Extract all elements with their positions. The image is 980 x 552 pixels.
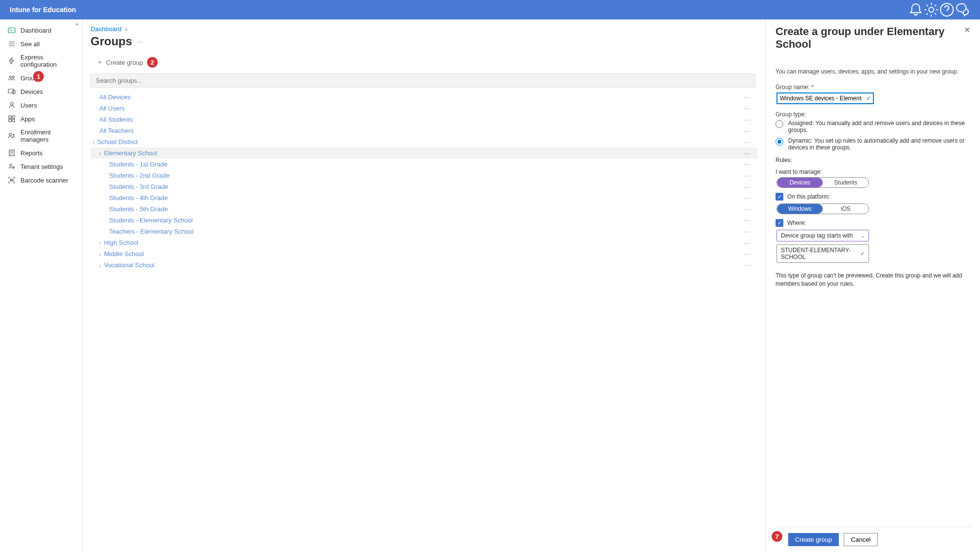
sidebar: « Dashboard See all Express configuratio…	[0, 19, 83, 552]
chevron-right-icon[interactable]: ›	[99, 251, 101, 257]
platform-checkbox[interactable]: ✓	[776, 193, 783, 201]
where-checkbox[interactable]: ✓	[776, 219, 783, 227]
check-icon: ✓	[860, 251, 865, 257]
feedback-icon[interactable]	[955, 2, 970, 18]
row-more-icon[interactable]: ···	[744, 161, 755, 168]
preview-note: This type of group can't be previewed. C…	[776, 272, 970, 288]
row-more-icon[interactable]: ···	[744, 138, 755, 146]
svg-point-7	[10, 102, 13, 105]
toggle-devices[interactable]: Devices	[777, 178, 823, 187]
radio-icon[interactable]	[776, 138, 783, 146]
help-icon[interactable]	[939, 2, 955, 18]
toggle-ios[interactable]: iOS	[823, 204, 869, 214]
tree-item-all-students[interactable]: All Students	[91, 116, 133, 123]
search-groups-input[interactable]	[91, 74, 756, 88]
where-condition-dropdown[interactable]: Device group tag starts with ⌄	[777, 230, 869, 241]
tree-item-grade2[interactable]: Students - 2nd Grade	[91, 172, 169, 179]
chevron-right-icon[interactable]: ›	[99, 240, 101, 246]
row-more-icon[interactable]: ···	[744, 93, 755, 101]
group-name-label: Group name: *	[776, 84, 970, 91]
tree-item-high[interactable]: High School	[104, 239, 138, 246]
panel-title: Create a group under Elementary School	[776, 25, 964, 51]
row-more-icon[interactable]: ···	[744, 194, 755, 202]
tree-item-school-district[interactable]: School District	[97, 138, 138, 146]
row-more-icon[interactable]: ···	[744, 228, 755, 235]
nav-reports[interactable]: Reports	[0, 146, 82, 160]
cancel-button[interactable]: Cancel	[844, 533, 878, 546]
row-more-icon[interactable]: ···	[744, 239, 755, 246]
platform-label: On this platform:	[787, 193, 830, 200]
chevron-right-icon[interactable]: ›	[99, 262, 101, 268]
tree-item-all-devices[interactable]: All Devices	[91, 93, 130, 101]
nav-groups[interactable]: Groups 1	[0, 71, 82, 85]
tree-item-grade1[interactable]: Students - 1st Grade	[91, 161, 167, 168]
tree-item-elementary[interactable]: Elementary School	[104, 149, 157, 157]
annotation-7: 7	[772, 531, 782, 542]
chevron-right-icon[interactable]: ›	[99, 150, 101, 156]
row-more-icon[interactable]: ···	[744, 205, 755, 213]
svg-rect-11	[12, 119, 15, 122]
row-more-icon[interactable]: ···	[744, 183, 755, 190]
nav-apps[interactable]: Apps	[0, 112, 82, 126]
where-value-input[interactable]: STUDENT-ELEMENTARY-SCHOOL ✓	[777, 244, 869, 263]
nav-label: Devices	[20, 88, 43, 95]
radio-assigned[interactable]: Assigned: You manually add and remove us…	[776, 120, 970, 133]
nav-tenant[interactable]: Tenant settings	[0, 160, 82, 173]
row-more-icon[interactable]: ···	[744, 217, 755, 224]
user-icon	[8, 101, 16, 109]
groups-tree: All Devices··· All Users··· All Students…	[91, 92, 758, 271]
create-group-submit-button[interactable]: Create group	[788, 533, 839, 546]
row-more-icon[interactable]: ···	[744, 172, 755, 179]
toggle-windows[interactable]: Windows	[777, 204, 823, 214]
tree-item-vocational[interactable]: Vocational School	[104, 261, 154, 269]
platform-toggle[interactable]: Windows iOS	[777, 203, 869, 214]
nav-label: Barcode scanner	[20, 177, 68, 184]
nav-label: Dashboard	[20, 27, 52, 34]
tree-item-grade5[interactable]: Students - 5th Grade	[91, 205, 168, 213]
tree-item-teachers-elem[interactable]: Teachers - Elementary School	[91, 228, 193, 235]
close-icon[interactable]: ✕	[964, 25, 970, 35]
notifications-icon[interactable]	[908, 2, 924, 18]
nav-barcode[interactable]: Barcode scanner	[0, 173, 82, 187]
nav-express-config[interactable]: Express configuration	[0, 51, 82, 71]
tree-item-middle[interactable]: Middle School	[104, 250, 144, 258]
row-more-icon[interactable]: ···	[744, 250, 755, 258]
chevron-right-icon[interactable]: ›	[92, 139, 94, 145]
tree-item-all-teachers[interactable]: All Teachers	[91, 127, 134, 134]
settings-icon[interactable]	[924, 2, 939, 18]
create-group-label: Create group	[106, 59, 143, 66]
nav-dashboard[interactable]: Dashboard	[0, 23, 82, 37]
tree-item-grade3[interactable]: Students - 3rd Grade	[91, 183, 168, 190]
where-label: Where:	[787, 220, 806, 226]
tree-item-grade4[interactable]: Students - 4th Grade	[91, 194, 168, 202]
chevron-right-icon: ›	[125, 25, 127, 33]
create-group-button[interactable]: ＋ Create group	[96, 58, 143, 67]
create-group-panel: Create a group under Elementary School ✕…	[766, 19, 980, 552]
manage-toggle[interactable]: Devices Students	[777, 177, 869, 188]
row-more-icon[interactable]: ···	[744, 261, 755, 269]
barcode-icon	[8, 176, 16, 184]
nav-see-all[interactable]: See all	[0, 37, 82, 51]
row-more-icon[interactable]: ···	[744, 149, 755, 157]
tree-item-students-elem[interactable]: Students - Elementary School	[91, 217, 193, 224]
dropdown-value: Device group tag starts with	[781, 232, 853, 239]
nav-devices[interactable]: Devices	[0, 85, 82, 98]
page-more-icon[interactable]: ···	[138, 38, 143, 45]
nav-enrollment[interactable]: Enrollment managers	[0, 126, 82, 146]
svg-rect-10	[9, 119, 11, 122]
breadcrumb-item[interactable]: Dashboard	[91, 25, 122, 33]
row-more-icon[interactable]: ···	[744, 116, 755, 123]
group-name-input[interactable]	[777, 92, 874, 104]
group-type-label: Group type:	[776, 111, 970, 118]
nav-users[interactable]: Users	[0, 98, 82, 112]
list-icon	[8, 40, 16, 48]
tree-item-all-users[interactable]: All Users	[91, 105, 125, 112]
toggle-students[interactable]: Students	[823, 178, 869, 187]
nav-label: See all	[20, 40, 40, 48]
breadcrumb: Dashboard ›	[91, 25, 758, 33]
row-more-icon[interactable]: ···	[744, 127, 755, 134]
radio-icon[interactable]	[776, 120, 783, 128]
radio-dynamic[interactable]: Dynamic: You set up rules to automatical…	[776, 137, 970, 151]
annotation-1: 1	[33, 71, 44, 82]
row-more-icon[interactable]: ···	[744, 105, 755, 112]
